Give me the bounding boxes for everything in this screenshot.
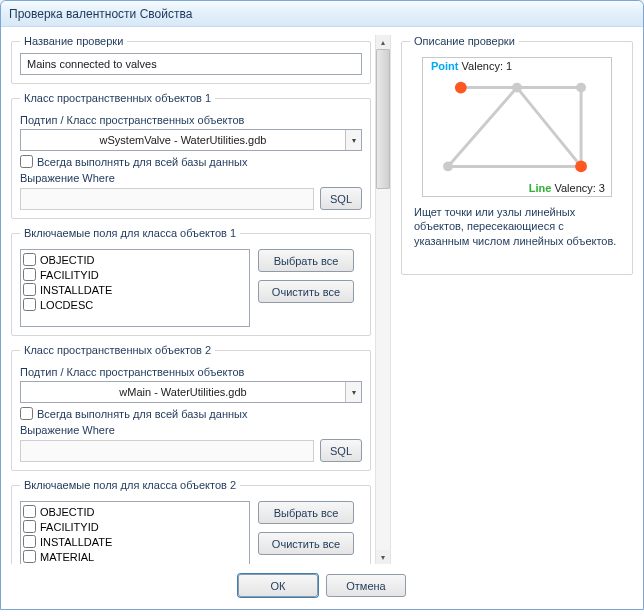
field-checkbox[interactable] — [23, 253, 36, 266]
left-scroll-pane: Название проверки Класс пространственных… — [11, 35, 375, 564]
featureclass-2-legend: Класс пространственных объектов 2 — [20, 344, 215, 356]
cancel-button[interactable]: Отмена — [326, 574, 406, 597]
always-run-2-checkbox[interactable] — [20, 407, 33, 420]
chevron-down-icon[interactable]: ▾ — [345, 382, 361, 402]
always-run-1-label: Всегда выполнять для всей базы данных — [37, 156, 247, 168]
description-group: Описание проверки — [401, 35, 633, 275]
field-checkbox[interactable] — [23, 268, 36, 281]
vertical-scrollbar[interactable]: ▴ ▾ — [375, 35, 391, 564]
subtype-1-combo[interactable]: wSystemValve - WaterUtilities.gdb ▾ — [20, 129, 362, 151]
scroll-track[interactable] — [376, 49, 390, 550]
content-area: Название проверки Класс пространственных… — [1, 27, 643, 564]
scroll-down-arrow-icon[interactable]: ▾ — [376, 550, 390, 564]
svg-line-2 — [448, 88, 517, 167]
featureclass-1-group: Класс пространственных объектов 1 Подтип… — [11, 92, 371, 219]
scroll-up-arrow-icon[interactable]: ▴ — [376, 35, 390, 49]
sql-2-button[interactable]: SQL — [320, 439, 362, 462]
fields-1-group: Включаемые поля для класса объектов 1 OB… — [11, 227, 371, 336]
scroll-thumb[interactable] — [376, 49, 390, 189]
window-title: Проверка валентности Свойства — [9, 7, 192, 21]
point-valency-label: Point Valency: 1 — [431, 60, 512, 72]
where-2-input[interactable] — [20, 440, 314, 462]
sql-1-button[interactable]: SQL — [320, 187, 362, 210]
field-checkbox[interactable] — [23, 505, 36, 518]
dialog-window: Проверка валентности Свойства Название п… — [0, 0, 644, 610]
fields-1-legend: Включаемые поля для класса объектов 1 — [20, 227, 240, 239]
dialog-footer: ОК Отмена — [1, 564, 643, 609]
check-name-legend: Название проверки — [20, 35, 127, 47]
list-item: FACILITYID — [23, 267, 247, 282]
list-item: MATERIAL — [23, 549, 247, 564]
list-item: INSTALLDATE — [23, 534, 247, 549]
titlebar: Проверка валентности Свойства — [1, 1, 643, 27]
line-valency-label: Line Valency: 3 — [529, 182, 605, 194]
check-name-group: Название проверки — [11, 35, 371, 84]
fields-2-legend: Включаемые поля для класса объектов 2 — [20, 479, 240, 491]
field-checkbox[interactable] — [23, 550, 36, 563]
svg-point-9 — [443, 162, 453, 172]
subtype-1-label: Подтип / Класс пространственных объектов — [20, 114, 362, 126]
svg-point-7 — [512, 83, 522, 93]
subtype-2-label: Подтип / Класс пространственных объектов — [20, 366, 362, 378]
fields-2-listbox[interactable]: OBJECTID FACILITYID INSTALLDATE MATERIAL — [20, 501, 250, 564]
always-run-1-checkbox[interactable] — [20, 155, 33, 168]
description-text: Ищет точки или узлы линейных объектов, п… — [410, 205, 624, 248]
diagram-svg — [423, 58, 611, 196]
field-checkbox[interactable] — [23, 298, 36, 311]
clear-all-2-button[interactable]: Очистить все — [258, 532, 354, 555]
valency-diagram: Point Valency: 1 Line Valency: 3 — [422, 57, 612, 197]
check-name-input[interactable] — [20, 53, 362, 75]
where-1-label: Выражение Where — [20, 172, 362, 184]
list-item: OBJECTID — [23, 504, 247, 519]
description-legend: Описание проверки — [410, 35, 519, 47]
fields-1-listbox[interactable]: OBJECTID FACILITYID INSTALLDATE LOCDESC — [20, 249, 250, 327]
select-all-2-button[interactable]: Выбрать все — [258, 501, 354, 524]
svg-point-6 — [455, 82, 467, 94]
chevron-down-icon[interactable]: ▾ — [345, 130, 361, 150]
where-1-input[interactable] — [20, 188, 314, 210]
featureclass-2-group: Класс пространственных объектов 2 Подтип… — [11, 344, 371, 471]
field-checkbox[interactable] — [23, 520, 36, 533]
field-checkbox[interactable] — [23, 283, 36, 296]
svg-point-8 — [576, 83, 586, 93]
list-item: INSTALLDATE — [23, 282, 247, 297]
always-run-2-label: Всегда выполнять для всей базы данных — [37, 408, 247, 420]
subtype-2-combo[interactable]: wMain - WaterUtilities.gdb ▾ — [20, 381, 362, 403]
list-item: FACILITYID — [23, 519, 247, 534]
description-pane: Описание проверки — [391, 35, 633, 564]
select-all-1-button[interactable]: Выбрать все — [258, 249, 354, 272]
fields-2-group: Включаемые поля для класса объектов 2 OB… — [11, 479, 371, 564]
featureclass-1-legend: Класс пространственных объектов 1 — [20, 92, 215, 104]
field-checkbox[interactable] — [23, 535, 36, 548]
svg-point-10 — [575, 161, 587, 173]
svg-line-3 — [517, 88, 581, 167]
list-item: LOCDESC — [23, 297, 247, 312]
list-item: OBJECTID — [23, 252, 247, 267]
ok-button[interactable]: ОК — [238, 574, 318, 597]
where-2-label: Выражение Where — [20, 424, 362, 436]
clear-all-1-button[interactable]: Очистить все — [258, 280, 354, 303]
